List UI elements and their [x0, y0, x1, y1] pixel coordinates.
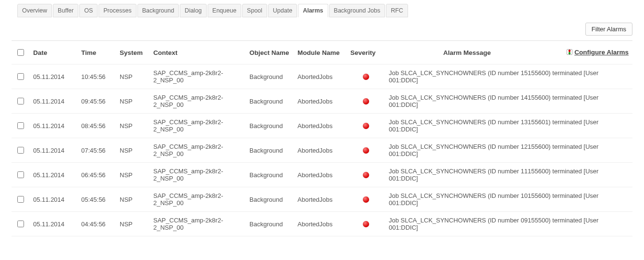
header-module-name[interactable]: Module Name: [294, 41, 347, 65]
tab-os[interactable]: OS: [79, 4, 98, 17]
header-select-all: [12, 41, 29, 65]
cell-alarm-message: Job SLCA_LCK_SYNCHOWNERS (ID number 1515…: [385, 65, 632, 89]
header-object-name[interactable]: Object Name: [246, 41, 294, 65]
filter-alarms-button[interactable]: Filter Alarms: [585, 23, 632, 36]
cell-severity: [347, 114, 385, 138]
severity-red-icon: [363, 147, 369, 154]
tab-alarms[interactable]: Alarms: [298, 4, 328, 17]
table-row: 05.11.201407:45:56NSPSAP_CCMS_amp-2k8r2-…: [12, 138, 632, 163]
severity-red-icon: [363, 196, 369, 203]
cell-severity: [347, 65, 385, 89]
tab-processes[interactable]: Processes: [99, 4, 136, 17]
cell-alarm-message: Job SLCA_LCK_SYNCHOWNERS (ID number 1015…: [385, 187, 632, 212]
cell-time: 07:45:56: [77, 138, 116, 163]
table-row: 05.11.201405:45:56NSPSAP_CCMS_amp-2k8r2-…: [12, 187, 632, 212]
cell-alarm-message: Job SLCA_LCK_SYNCHOWNERS (ID number 1415…: [385, 89, 632, 114]
cell-system: NSP: [116, 163, 149, 187]
tab-spool[interactable]: Spool: [242, 4, 267, 17]
cell-date: 05.11.2014: [29, 212, 77, 236]
cell-object-name: Background: [246, 65, 294, 89]
cell-context: SAP_CCMS_amp-2k8r2-2_NSP_00: [149, 212, 246, 236]
tab-enqueue[interactable]: Enqueue: [208, 4, 241, 17]
cell-context: SAP_CCMS_amp-2k8r2-2_NSP_00: [149, 163, 246, 187]
tab-dialog[interactable]: Dialog: [180, 4, 206, 17]
row-select-checkbox[interactable]: [17, 122, 24, 129]
row-select-cell: [12, 89, 29, 114]
tab-rfc[interactable]: RFC: [386, 4, 408, 17]
cell-context: SAP_CCMS_amp-2k8r2-2_NSP_00: [149, 89, 246, 114]
tab-background[interactable]: Background: [137, 4, 179, 17]
select-all-checkbox[interactable]: [17, 49, 24, 56]
cell-system: NSP: [116, 187, 149, 212]
row-select-cell: [12, 138, 29, 163]
header-system[interactable]: System: [116, 41, 149, 65]
cell-severity: [347, 89, 385, 114]
cell-time: 06:45:56: [77, 163, 116, 187]
row-select-checkbox[interactable]: [17, 196, 24, 203]
cell-system: NSP: [116, 212, 149, 236]
table-row: 05.11.201409:45:56NSPSAP_CCMS_amp-2k8r2-…: [12, 89, 632, 114]
cell-module-name: AbortedJobs: [294, 163, 347, 187]
cell-severity: [347, 212, 385, 236]
tab-bar: OverviewBufferOSProcessesBackgroundDialo…: [17, 4, 632, 18]
cell-object-name: Background: [246, 163, 294, 187]
cell-date: 05.11.2014: [29, 65, 77, 89]
cell-module-name: AbortedJobs: [294, 138, 347, 163]
cell-alarm-message: Job SLCA_LCK_SYNCHOWNERS (ID number 1215…: [385, 138, 632, 163]
cell-alarm-message: Job SLCA_LCK_SYNCHOWNERS (ID number 1115…: [385, 163, 632, 187]
cell-time: 05:45:56: [77, 187, 116, 212]
configure-alarms-link[interactable]: Configure Alarms: [567, 49, 629, 56]
cell-module-name: AbortedJobs: [294, 89, 347, 114]
severity-red-icon: [363, 74, 369, 80]
cell-time: 04:45:56: [77, 212, 116, 236]
cell-severity: [347, 187, 385, 212]
toolbar: Filter Alarms: [12, 23, 632, 36]
table-header-row: Date Time System Context Object Name Mod…: [12, 41, 632, 65]
table-row: 05.11.201410:45:56NSPSAP_CCMS_amp-2k8r2-…: [12, 65, 632, 89]
row-select-checkbox[interactable]: [17, 73, 24, 80]
cell-date: 05.11.2014: [29, 187, 77, 212]
header-date[interactable]: Date: [29, 41, 77, 65]
tab-background-jobs[interactable]: Background Jobs: [329, 4, 385, 17]
tab-update[interactable]: Update: [268, 4, 297, 17]
severity-red-icon: [363, 221, 369, 227]
header-configure: Configure Alarms: [505, 41, 632, 65]
row-select-cell: [12, 65, 29, 89]
cell-object-name: Background: [246, 89, 294, 114]
cell-date: 05.11.2014: [29, 163, 77, 187]
cell-alarm-message: Job SLCA_LCK_SYNCHOWNERS (ID number 0915…: [385, 212, 632, 236]
row-select-checkbox[interactable]: [17, 221, 24, 227]
cell-module-name: AbortedJobs: [294, 65, 347, 89]
header-time[interactable]: Time: [77, 41, 116, 65]
cell-module-name: AbortedJobs: [294, 114, 347, 138]
severity-red-icon: [363, 172, 369, 178]
row-select-cell: [12, 114, 29, 138]
tab-overview[interactable]: Overview: [17, 4, 52, 17]
header-context[interactable]: Context: [149, 41, 246, 65]
cell-severity: [347, 163, 385, 187]
cell-module-name: AbortedJobs: [294, 187, 347, 212]
cell-context: SAP_CCMS_amp-2k8r2-2_NSP_00: [149, 138, 246, 163]
configure-alarms-icon: [567, 49, 572, 55]
cell-alarm-message: Job SLCA_LCK_SYNCHOWNERS (ID number 1315…: [385, 114, 632, 138]
alarms-table: Date Time System Context Object Name Mod…: [12, 40, 632, 236]
header-alarm-message[interactable]: Alarm Message: [385, 41, 505, 65]
tab-buffer[interactable]: Buffer: [53, 4, 78, 17]
cell-object-name: Background: [246, 114, 294, 138]
cell-object-name: Background: [246, 212, 294, 236]
cell-object-name: Background: [246, 187, 294, 212]
cell-date: 05.11.2014: [29, 114, 77, 138]
cell-time: 08:45:56: [77, 114, 116, 138]
header-severity[interactable]: Severity: [347, 41, 385, 65]
configure-alarms-label: Configure Alarms: [574, 49, 629, 56]
row-select-cell: [12, 163, 29, 187]
cell-context: SAP_CCMS_amp-2k8r2-2_NSP_00: [149, 65, 246, 89]
cell-date: 05.11.2014: [29, 138, 77, 163]
table-row: 05.11.201404:45:56NSPSAP_CCMS_amp-2k8r2-…: [12, 212, 632, 236]
row-select-cell: [12, 187, 29, 212]
row-select-checkbox[interactable]: [17, 98, 24, 104]
row-select-checkbox[interactable]: [17, 171, 24, 178]
cell-time: 09:45:56: [77, 89, 116, 114]
cell-object-name: Background: [246, 138, 294, 163]
row-select-checkbox[interactable]: [17, 147, 24, 154]
